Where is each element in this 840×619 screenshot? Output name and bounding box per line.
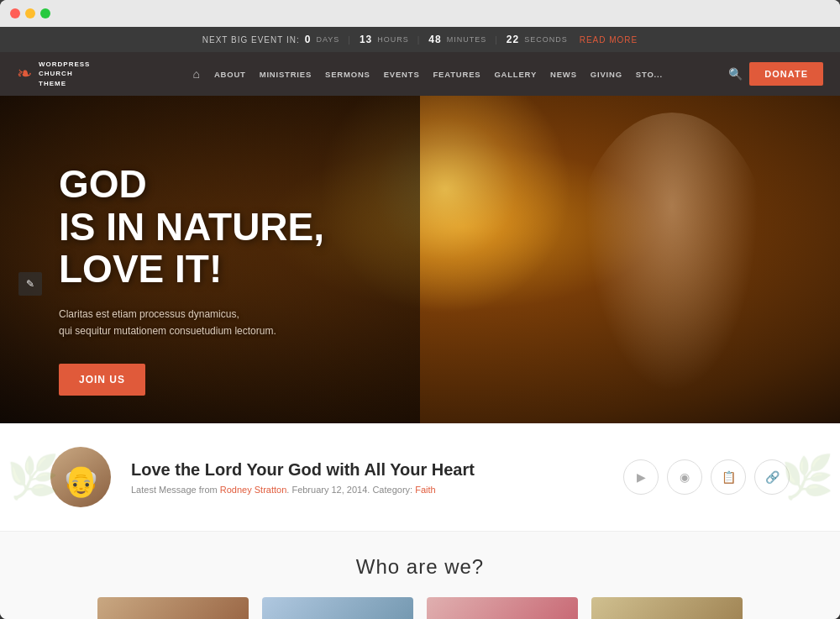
hero-woman-figure xyxy=(571,113,773,423)
nav-gallery[interactable]: GALLERY xyxy=(488,65,543,84)
countdown-seconds-num: 22 xyxy=(507,34,519,45)
hero-subtitle: Claritas est etiam processus dynamicus, … xyxy=(59,306,324,340)
browser-chrome xyxy=(0,0,840,27)
countdown-hours-num: 13 xyxy=(360,34,372,45)
message-date: February 12, 2014 xyxy=(291,485,367,495)
avatar-face-icon: 👴 xyxy=(62,464,100,499)
message-category-link[interactable]: Faith xyxy=(415,485,435,495)
browser-dot-minimize[interactable] xyxy=(25,8,35,18)
donate-button[interactable]: Donate xyxy=(749,62,823,86)
who-card-3 xyxy=(427,597,578,619)
pencil-icon: ✎ xyxy=(26,278,34,290)
browser-dot-close[interactable] xyxy=(10,8,20,18)
nav-right: 🔍 Donate xyxy=(728,62,823,86)
hero-content: GOD IS IN NATURE, LOVE IT! Claritas est … xyxy=(59,163,324,396)
leaf-decoration-right: 🌿 xyxy=(781,453,833,501)
who-card-1 xyxy=(97,597,249,619)
browser-window: NEXT BIG EVENT IN: 0 DAYS | 13 HOURS | 4… xyxy=(0,0,840,619)
message-actions: ▶ ◉ 📋 🔗 xyxy=(623,459,790,495)
nav-news[interactable]: NEWS xyxy=(544,65,583,84)
who-cards xyxy=(34,597,806,619)
nav-home-icon[interactable]: ⌂ xyxy=(186,62,206,86)
countdown-read-more[interactable]: Read More xyxy=(580,35,638,45)
nav-sermons[interactable]: SERMONS xyxy=(319,65,376,84)
message-category-label: Category: xyxy=(372,485,412,495)
message-section: 🌿 🌿 👴 Love the Lord Your God with All Yo… xyxy=(0,423,840,532)
nav-ministries[interactable]: MINISTRIES xyxy=(254,65,318,84)
logo-text: WORDPRESS CHURCH THEME xyxy=(39,60,90,88)
hero-title: GOD IS IN NATURE, LOVE IT! xyxy=(59,163,324,291)
who-section: Who are we? xyxy=(0,532,840,619)
countdown-minutes-num: 48 xyxy=(428,34,441,45)
logo-icon: ❧ xyxy=(17,65,32,83)
nav-features[interactable]: FEATURES xyxy=(428,65,487,84)
nav-bar: ❧ WORDPRESS CHURCH THEME ⌂ ABOUT MINISTR… xyxy=(0,52,840,96)
nav-links: ⌂ ABOUT MINISTRIES SERMONS EVENTS FEATUR… xyxy=(126,62,728,86)
leaf-decoration-left: 🌿 xyxy=(7,453,59,501)
who-card-4 xyxy=(591,597,743,619)
nav-about[interactable]: ABOUT xyxy=(208,65,252,84)
message-meta: Latest Message from Rodney Stratton. Feb… xyxy=(131,485,603,495)
countdown-days-unit: DAYS xyxy=(316,35,339,44)
countdown-seconds-unit: SECONDS xyxy=(524,35,568,44)
link-icon: 🔗 xyxy=(765,470,780,484)
countdown-days-num: 0 xyxy=(305,34,312,45)
hero-join-button[interactable]: Join us xyxy=(59,364,145,396)
action-audio-button[interactable]: ◉ xyxy=(667,459,702,495)
nav-store[interactable]: STO... xyxy=(630,65,669,84)
document-icon: 📋 xyxy=(722,470,736,484)
countdown-hours-unit: HOURS xyxy=(377,35,409,44)
message-title: Love the Lord Your God with All Your Hea… xyxy=(131,460,603,480)
message-meta-prefix: Latest Message from xyxy=(131,485,218,495)
countdown-label: NEXT BIG EVENT IN: xyxy=(202,35,300,45)
search-icon[interactable]: 🔍 xyxy=(728,67,743,81)
action-play-button[interactable]: ▶ xyxy=(623,459,659,495)
countdown-bar: NEXT BIG EVENT IN: 0 DAYS | 13 HOURS | 4… xyxy=(0,27,840,52)
message-author-link[interactable]: Rodney Stratton xyxy=(220,485,287,495)
hero-section: ✎ GOD IS IN NATURE, LOVE IT! Claritas es… xyxy=(0,96,840,423)
who-title: Who are we? xyxy=(34,555,806,579)
headphones-icon: ◉ xyxy=(680,470,690,484)
message-text: Love the Lord Your God with All Your Hea… xyxy=(131,460,603,495)
edit-icon[interactable]: ✎ xyxy=(18,272,42,296)
who-card-2 xyxy=(262,597,413,619)
nav-giving[interactable]: GIVING xyxy=(585,65,628,84)
logo-area: ❧ WORDPRESS CHURCH THEME xyxy=(17,60,126,88)
play-icon: ▶ xyxy=(637,470,646,484)
nav-events[interactable]: EVENTS xyxy=(378,65,426,84)
message-avatar: 👴 xyxy=(50,447,111,507)
browser-dot-maximize[interactable] xyxy=(40,8,50,18)
action-document-button[interactable]: 📋 xyxy=(711,459,746,495)
countdown-minutes-unit: MINUTES xyxy=(447,35,487,44)
